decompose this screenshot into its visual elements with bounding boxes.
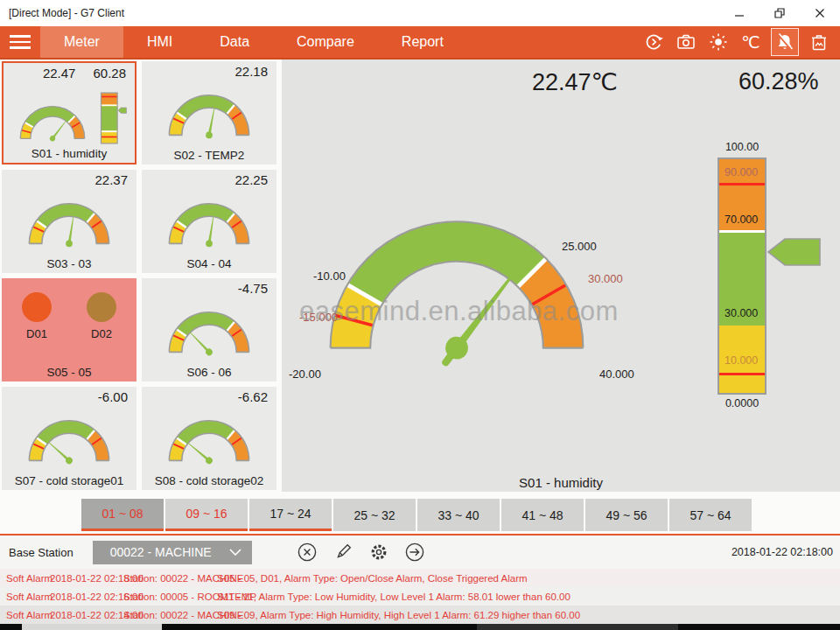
page-tab-49-56[interactable]: 49 ~ 56: [585, 499, 668, 531]
minimize-button[interactable]: [719, 0, 760, 26]
restore-icon: [774, 8, 785, 18]
alarm-message: S05 - 05, D01, Alarm Type: Open/Close Al…: [217, 573, 840, 584]
alarm-station: Station: 00022 - MACHINE: [123, 610, 217, 620]
page-tab-25-32[interactable]: 25 ~ 32: [333, 499, 416, 531]
alarm-row[interactable]: Soft Alarm 2018-01-22 02:16:00 Station: …: [0, 587, 840, 606]
alarm-row[interactable]: Soft Alarm 2018-01-22 02:18:00 Station: …: [0, 569, 840, 587]
tab-hmi[interactable]: HMI: [123, 26, 196, 58]
celsius-unit: ℃: [741, 32, 760, 52]
tab-compare-label: Compare: [297, 34, 354, 50]
page-tab-01-08[interactable]: 01 ~ 08: [81, 499, 164, 531]
close-button[interactable]: [800, 0, 840, 26]
alarm-station: Station: 00005 - ROOMTEMP: [123, 592, 217, 602]
page-tab-17-24[interactable]: 17 ~ 24: [249, 499, 332, 531]
channel-d02-indicator: [87, 292, 116, 322]
tile-s04[interactable]: 22.25 S04 - 04: [142, 170, 276, 273]
alarm-type: Soft Alarm: [6, 573, 50, 584]
page-tab-09-16[interactable]: 09 ~ 16: [165, 499, 248, 531]
tab-report[interactable]: Report: [378, 26, 467, 58]
watermark: easemind.en.alibaba.com: [299, 296, 619, 327]
page-tab-label: 41 ~ 48: [522, 508, 563, 522]
main-temp-value: 22.47℃: [532, 68, 618, 96]
menu-button[interactable]: [0, 26, 40, 58]
base-station-label: Base Station: [0, 546, 74, 559]
restore-button[interactable]: [760, 0, 800, 26]
close-icon: [815, 8, 825, 18]
alarm-list: Soft Alarm 2018-01-22 02:18:00 Station: …: [0, 569, 840, 624]
mini-gauge: [16, 406, 122, 469]
page-tab-41-48[interactable]: 41 ~ 48: [501, 499, 584, 531]
camera-icon: [676, 32, 696, 52]
window-title: [Direct Mode] - G7 Client: [0, 7, 124, 19]
alarm-mute-button[interactable]: [771, 28, 799, 56]
tile-s04-value: 22.25: [234, 172, 268, 189]
main-meter-title: S01 - humidity: [282, 475, 840, 490]
alarm-row[interactable]: Soft Alarm 2018-01-22 02:14:00 Station: …: [0, 606, 840, 624]
celsius-unit-button[interactable]: ℃: [738, 30, 763, 54]
tab-data-label: Data: [220, 34, 249, 50]
main-bar-gauge: 90.000 70.000 30.000 10.000: [718, 158, 766, 395]
base-station-dropdown[interactable]: 00022 - MACHINE: [93, 541, 252, 564]
tile-s08-label: S08 - cold storage02: [142, 474, 276, 487]
tile-s02[interactable]: 22.18 S02 - TEMP2: [142, 61, 276, 164]
sync-button[interactable]: [641, 30, 666, 54]
edit-button[interactable]: [332, 541, 354, 564]
tile-s05-label: S05 - 05: [2, 366, 136, 379]
chevron-down-icon: [229, 549, 242, 556]
mini-gauge: [156, 298, 262, 360]
tile-s01-value2: 60.28: [93, 66, 126, 82]
cancel-alarm-button[interactable]: [296, 541, 318, 564]
mini-bar-gauge: [99, 91, 129, 145]
bar-high-alarm-label: 90.000: [724, 166, 758, 178]
pencil-icon: [332, 541, 354, 564]
tab-hmi-label: HMI: [147, 34, 172, 50]
image-bin-icon: [808, 32, 830, 52]
alarm-time: 2018-01-22 02:14:00: [50, 610, 123, 620]
image-bin-button[interactable]: [807, 30, 831, 54]
page-tab-label: 01 ~ 08: [102, 507, 143, 521]
tab-report-label: Report: [402, 34, 444, 50]
tile-s08[interactable]: -6.62 S08 - cold storage02: [142, 387, 276, 490]
page-tab-57-64[interactable]: 57 ~ 64: [669, 499, 752, 531]
gear-icon: [368, 541, 390, 564]
tile-s06-label: S06 - 06: [142, 366, 276, 379]
apply-button[interactable]: [403, 541, 426, 564]
bar-high-tick-label: 70.000: [724, 214, 758, 226]
tile-s05[interactable]: D01 D02 S05 - 05: [2, 278, 136, 382]
tab-data[interactable]: Data: [196, 26, 273, 58]
tile-s07[interactable]: -6.00 S07 - cold storage01: [2, 387, 136, 490]
page-tab-label: 57 ~ 64: [690, 508, 731, 522]
page-tab-33-40[interactable]: 33 ~ 40: [417, 499, 500, 531]
snapshot-button[interactable]: [674, 30, 698, 54]
page-tab-label: 17 ~ 24: [270, 507, 311, 521]
meter-page-tabs: 01 ~ 08 09 ~ 16 17 ~ 24 25 ~ 32 33 ~ 40 …: [81, 499, 752, 531]
tile-s03-value: 22.37: [94, 172, 128, 189]
tab-meter[interactable]: Meter: [40, 26, 123, 58]
page-tab-label: 09 ~ 16: [186, 507, 227, 521]
tile-s02-label: S02 - TEMP2: [142, 149, 276, 162]
channel-d01-indicator: [22, 292, 52, 322]
main-meter-panel: 22.47℃ 60.28% -20.00 40.000 -10.00 25.00…: [282, 60, 840, 492]
tile-s03[interactable]: 22.37 S03 - 03: [2, 170, 136, 273]
bar-low-tick-label: 30.000: [724, 307, 758, 319]
channel-d02: D02: [87, 292, 116, 340]
title-bar: [Direct Mode] - G7 Client: [0, 0, 840, 26]
channel-d01: D01: [22, 292, 52, 340]
tile-s01[interactable]: 22.47 60.28: [2, 61, 136, 164]
cancel-circle-icon: [296, 541, 318, 564]
gauge-low-tick-label: -10.00: [313, 270, 346, 283]
settings-button[interactable]: [368, 541, 390, 564]
tile-s02-value: 22.18: [234, 64, 268, 80]
bottom-edge-strip: [0, 624, 840, 630]
brightness-button[interactable]: [706, 30, 731, 54]
arrow-circle-icon: [403, 541, 426, 564]
tile-s06[interactable]: -4.75 S06 - 06: [142, 278, 276, 382]
alarm-mute-icon: [774, 32, 795, 52]
bar-max-label: 100.00: [712, 141, 772, 153]
tab-compare[interactable]: Compare: [273, 26, 378, 58]
bottom-toolbar: Base Station 00022 - MACHINE 2018-01-22 …: [0, 536, 840, 569]
mini-gauge: [156, 80, 262, 144]
bar-min-label: 0.0000: [712, 397, 772, 410]
gauge-min-label: -20.00: [289, 368, 321, 381]
page-tab-label: 25 ~ 32: [354, 508, 395, 522]
